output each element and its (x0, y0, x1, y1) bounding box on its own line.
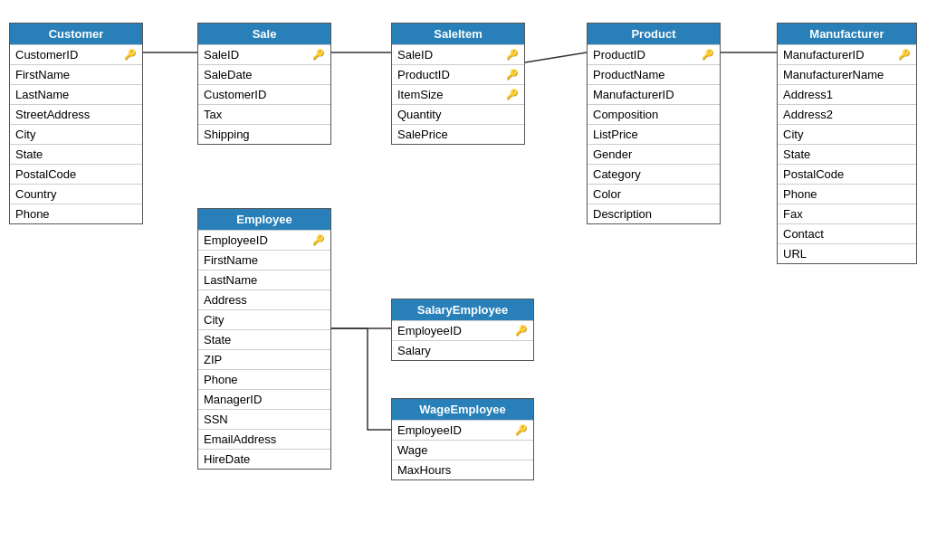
table-sale: Sale SaleID 🔑 SaleDate CustomerID Tax Sh… (197, 23, 331, 145)
key-icon: 🔑 (506, 49, 519, 61)
table-row: State (778, 144, 916, 164)
table-row: ManufacturerID 🔑 (778, 44, 916, 64)
table-customer-header: Customer (10, 24, 142, 44)
table-row: Fax (778, 204, 916, 223)
table-row: City (10, 124, 142, 144)
table-row: ListPrice (588, 124, 720, 144)
key-icon: 🔑 (898, 49, 911, 61)
table-row: ProductName (588, 64, 720, 84)
table-row: Category (588, 164, 720, 184)
table-row: Color (588, 184, 720, 204)
table-row: EmployeeID 🔑 (198, 230, 330, 250)
table-row: Quantity (392, 104, 524, 124)
table-row: Address1 (778, 84, 916, 104)
key-icon: 🔑 (312, 234, 325, 246)
table-salaryemployee: SalaryEmployee EmployeeID 🔑 Salary (391, 299, 534, 361)
table-row: Phone (10, 204, 142, 223)
svg-line-2 (525, 52, 587, 62)
table-row: SaleID 🔑 (392, 44, 524, 64)
table-customer: Customer CustomerID 🔑 FirstName LastName… (9, 23, 143, 224)
table-row: URL (778, 243, 916, 263)
key-icon: 🔑 (506, 69, 519, 81)
table-row: Gender (588, 144, 720, 164)
table-sale-header: Sale (198, 24, 330, 44)
table-row: Phone (198, 369, 330, 389)
table-row: Composition (588, 104, 720, 124)
table-product: Product ProductID 🔑 ProductName Manufact… (587, 23, 721, 224)
table-row: EmployeeID 🔑 (392, 320, 533, 340)
table-row: StreetAddress (10, 104, 142, 124)
table-saleitem: SaleItem SaleID 🔑 ProductID 🔑 ItemSize 🔑… (391, 23, 525, 145)
table-row: FirstName (198, 250, 330, 270)
table-manufacturer-header: Manufacturer (778, 24, 916, 44)
table-row: Shipping (198, 124, 330, 144)
table-row: ManufacturerID (588, 84, 720, 104)
table-salaryemployee-header: SalaryEmployee (392, 299, 533, 320)
table-row: ItemSize 🔑 (392, 84, 524, 104)
table-manufacturer: Manufacturer ManufacturerID 🔑 Manufactur… (777, 23, 917, 264)
table-row: City (778, 124, 916, 144)
key-icon: 🔑 (506, 89, 519, 100)
table-row: ManufacturerName (778, 64, 916, 84)
key-icon: 🔑 (124, 49, 137, 61)
table-row: City (198, 309, 330, 329)
table-row: ProductID 🔑 (588, 44, 720, 64)
table-row: LastName (10, 84, 142, 104)
table-row: ProductID 🔑 (392, 64, 524, 84)
table-wageemployee: WageEmployee EmployeeID 🔑 Wage MaxHours (391, 398, 534, 480)
table-row: HireDate (198, 449, 330, 469)
table-row: MaxHours (392, 460, 533, 479)
table-row: PostalCode (10, 164, 142, 184)
table-row: State (10, 144, 142, 164)
table-employee: Employee EmployeeID 🔑 FirstName LastName… (197, 208, 331, 470)
table-row: Address2 (778, 104, 916, 124)
table-row: Description (588, 204, 720, 223)
table-row: LastName (198, 270, 330, 289)
table-employee-header: Employee (198, 209, 330, 230)
table-row: SalePrice (392, 124, 524, 144)
table-row: EmployeeID 🔑 (392, 420, 533, 440)
table-row: Country (10, 184, 142, 204)
table-row: Address (198, 289, 330, 309)
table-wageemployee-header: WageEmployee (392, 399, 533, 420)
key-icon: 🔑 (312, 49, 325, 61)
table-row: SaleID 🔑 (198, 44, 330, 64)
table-row: ZIP (198, 349, 330, 369)
table-row: EmailAddress (198, 429, 330, 449)
table-row: Wage (392, 440, 533, 460)
table-row: Tax (198, 104, 330, 124)
table-row: CustomerID (198, 84, 330, 104)
table-row: Contact (778, 223, 916, 243)
table-row: ManagerID (198, 389, 330, 409)
table-row: CustomerID 🔑 (10, 44, 142, 64)
table-row: SSN (198, 409, 330, 429)
table-product-header: Product (588, 24, 720, 44)
key-icon: 🔑 (515, 424, 528, 436)
key-icon: 🔑 (702, 49, 714, 61)
table-saleitem-header: SaleItem (392, 24, 524, 44)
table-row: Salary (392, 340, 533, 360)
table-row: PostalCode (778, 164, 916, 184)
table-row: State (198, 329, 330, 349)
table-row: FirstName (10, 64, 142, 84)
diagram-canvas: Customer CustomerID 🔑 FirstName LastName… (0, 0, 927, 560)
table-row: Phone (778, 184, 916, 204)
table-row: SaleDate (198, 64, 330, 84)
key-icon: 🔑 (515, 325, 528, 337)
